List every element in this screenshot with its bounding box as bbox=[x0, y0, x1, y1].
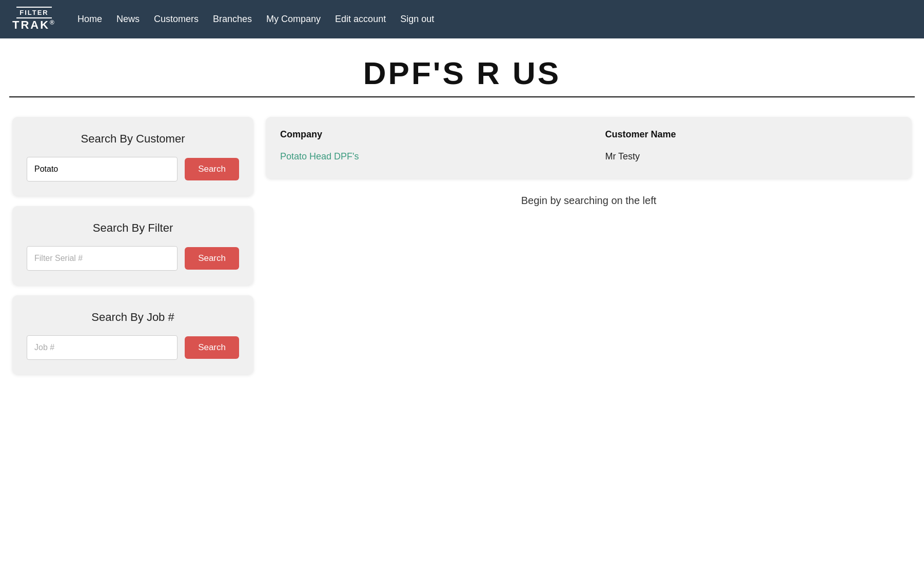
search-by-filter-row: Search bbox=[27, 246, 239, 271]
job-search-button[interactable]: Search bbox=[185, 336, 239, 359]
nav-customers[interactable]: Customers bbox=[154, 14, 199, 25]
job-search-input[interactable] bbox=[27, 335, 178, 360]
nav-news[interactable]: News bbox=[116, 14, 140, 25]
nav-my-company[interactable]: My Company bbox=[266, 14, 321, 25]
filter-search-input[interactable] bbox=[27, 246, 178, 271]
col-customer-name: Customer Name bbox=[605, 129, 897, 147]
company-link[interactable]: Potato Head DPF's bbox=[280, 151, 359, 161]
title-divider bbox=[9, 96, 915, 97]
search-by-customer-heading: Search By Customer bbox=[27, 132, 239, 146]
col-company: Company bbox=[280, 129, 605, 147]
nav-edit-account[interactable]: Edit account bbox=[335, 14, 386, 25]
right-column: Company Customer Name Potato Head DPF's … bbox=[266, 117, 912, 374]
search-by-job-heading: Search By Job # bbox=[27, 311, 239, 324]
navbar: FILTER TRAK® Home News Customers Branche… bbox=[0, 0, 924, 38]
customer-search-input[interactable] bbox=[27, 157, 178, 181]
nav-branches[interactable]: Branches bbox=[213, 14, 252, 25]
search-by-customer-card: Search By Customer Search bbox=[12, 117, 253, 196]
table-row: Potato Head DPF's Mr Testy bbox=[280, 147, 897, 166]
customer-search-button[interactable]: Search bbox=[185, 158, 239, 180]
results-table: Company Customer Name Potato Head DPF's … bbox=[280, 129, 897, 166]
search-by-job-card: Search By Job # Search bbox=[12, 295, 253, 374]
logo-brand-text: TRAK® bbox=[12, 18, 56, 32]
search-by-customer-row: Search bbox=[27, 157, 239, 181]
page-title: DPF'S R US bbox=[0, 38, 924, 96]
results-card: Company Customer Name Potato Head DPF's … bbox=[266, 117, 912, 178]
logo-top-text: FILTER bbox=[16, 7, 52, 18]
customer-name-cell: Mr Testy bbox=[605, 147, 897, 166]
filter-search-button[interactable]: Search bbox=[185, 247, 239, 270]
search-by-filter-heading: Search By Filter bbox=[27, 221, 239, 235]
search-by-filter-card: Search By Filter Search bbox=[12, 206, 253, 285]
left-column: Search By Customer Search Search By Filt… bbox=[12, 117, 253, 374]
company-cell: Potato Head DPF's bbox=[280, 147, 605, 166]
main-content: Search By Customer Search Search By Filt… bbox=[0, 107, 924, 384]
nav-home[interactable]: Home bbox=[77, 14, 102, 25]
search-by-job-row: Search bbox=[27, 335, 239, 360]
begin-search-text: Begin by searching on the left bbox=[266, 195, 912, 207]
logo: FILTER TRAK® bbox=[12, 7, 56, 32]
nav-sign-out[interactable]: Sign out bbox=[400, 14, 434, 25]
